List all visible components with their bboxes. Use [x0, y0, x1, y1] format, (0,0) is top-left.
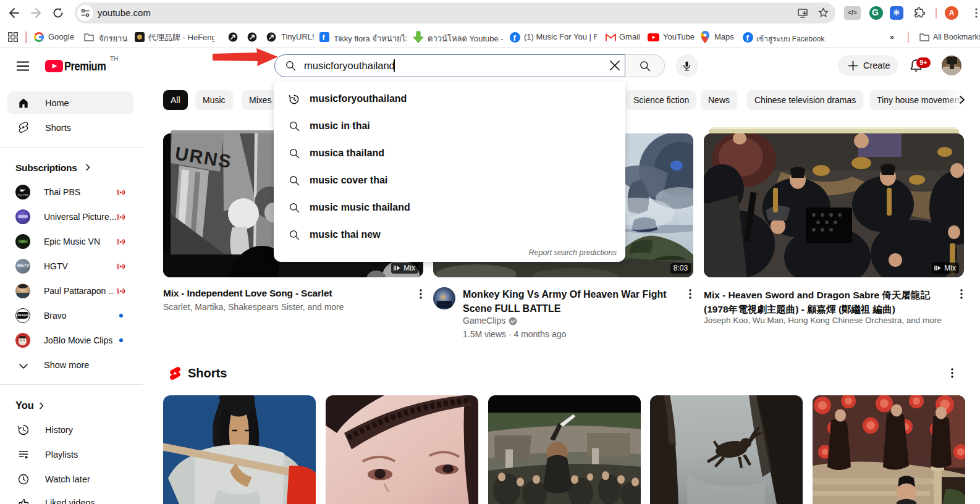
- svg-text:Thai PBS: Thai PBS: [18, 193, 28, 196]
